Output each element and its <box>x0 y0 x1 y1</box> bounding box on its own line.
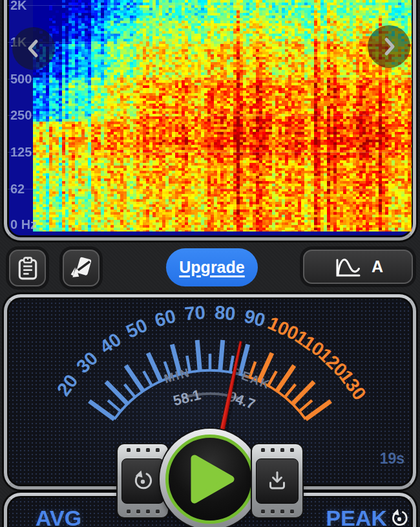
avg-label: AVG <box>36 506 81 527</box>
freq-label: 2K <box>10 0 27 12</box>
frequency-weighting-button[interactable]: A <box>303 250 413 284</box>
freq-gridline <box>8 115 412 116</box>
film-dot <box>261 448 265 452</box>
film-dots <box>252 510 302 513</box>
save-button[interactable] <box>256 458 299 504</box>
svg-text:20: 20 <box>53 371 82 400</box>
film-dot <box>280 448 284 452</box>
film-dot <box>127 510 131 513</box>
scroll-right-button[interactable] <box>368 25 410 68</box>
save-download-icon <box>266 469 289 493</box>
reset-icon <box>131 469 154 493</box>
freq-label-zero: 0 Hz <box>10 217 37 232</box>
film-dot <box>280 510 284 513</box>
film-dot <box>136 510 140 513</box>
play-button[interactable] <box>160 429 260 527</box>
film-dot <box>290 448 294 452</box>
reset-peak-button[interactable] <box>389 508 410 527</box>
freq-gridline <box>8 79 412 80</box>
svg-text:30: 30 <box>72 348 101 377</box>
film-dots <box>118 448 168 452</box>
freq-label: 62 <box>10 182 25 196</box>
play-icon <box>189 453 238 505</box>
play-button-face <box>165 435 255 524</box>
freq-gridline <box>8 42 412 43</box>
freq-label: 125 <box>10 145 32 159</box>
film-dot <box>127 448 131 452</box>
film-dot <box>290 510 294 513</box>
film-dot <box>136 448 140 452</box>
film-dot <box>156 510 160 513</box>
palette-button[interactable] <box>63 250 100 286</box>
freq-gridline <box>8 5 412 6</box>
film-dots <box>252 448 302 452</box>
peak-row: PEAK <box>326 506 410 527</box>
freq-label: 250 <box>10 108 32 122</box>
freq-gridline <box>8 152 412 153</box>
freq-gridline <box>8 189 412 189</box>
film-dots <box>118 510 168 513</box>
film-dot <box>261 510 265 513</box>
svg-text:90: 90 <box>242 305 268 330</box>
film-dot <box>271 448 275 452</box>
peak-label: PEAK <box>326 506 387 527</box>
response-curve-icon <box>333 255 362 279</box>
cards-fan-icon <box>69 256 94 281</box>
scroll-left-button[interactable] <box>12 27 55 70</box>
decibel-meter-app: 2K1K50025012562 0 Hz <box>0 0 420 527</box>
weighting-label: A <box>372 257 383 276</box>
svg-text:70: 70 <box>184 302 206 325</box>
svg-text:80: 80 <box>214 302 236 325</box>
svg-text:60: 60 <box>152 305 178 330</box>
svg-text:58.1: 58.1 <box>171 387 202 409</box>
film-dot <box>156 448 160 452</box>
film-dot <box>146 510 150 513</box>
spectrogram-canvas <box>33 0 412 231</box>
upgrade-label: Upgrade <box>179 258 244 277</box>
upgrade-button[interactable]: Upgrade <box>166 248 258 286</box>
chevron-right-icon <box>378 36 400 58</box>
film-dot <box>146 448 150 452</box>
clipboard-icon <box>16 256 39 281</box>
svg-text:40: 40 <box>96 328 125 358</box>
records-button[interactable] <box>9 250 46 286</box>
reset-button[interactable] <box>121 458 164 504</box>
chevron-left-icon <box>23 38 45 59</box>
film-dot <box>271 510 275 513</box>
save-button-frame <box>252 444 302 517</box>
freq-label: 500 <box>10 72 32 86</box>
elapsed-time: 19s <box>359 450 404 468</box>
svg-text:50: 50 <box>123 314 151 341</box>
